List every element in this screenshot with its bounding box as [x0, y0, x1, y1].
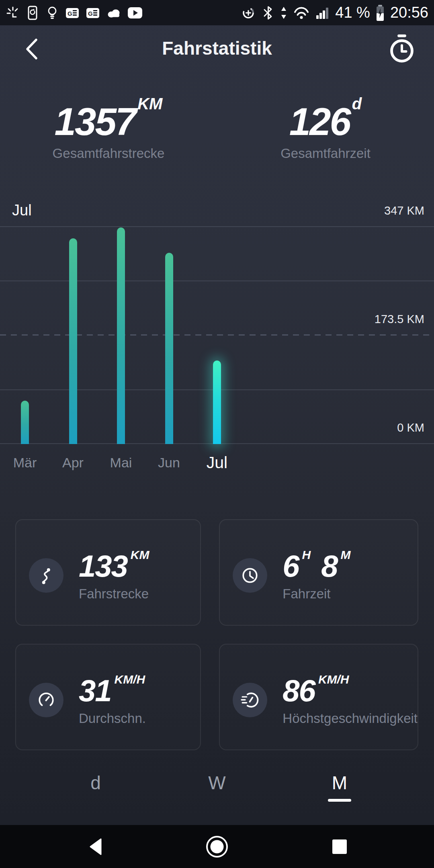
- bar-Jul[interactable]: [213, 360, 221, 444]
- card-unit: H: [302, 548, 311, 561]
- month-label-Mär[interactable]: Mär: [1, 451, 49, 474]
- card-max-speed-value: 86KM/H: [283, 674, 418, 706]
- month-label-Mai[interactable]: Mai: [97, 451, 145, 474]
- svg-text:G: G: [68, 10, 72, 17]
- total-time: 126d Gesamtfahrzeit: [217, 96, 434, 161]
- card-ride-time-label: Fahrzeit: [283, 586, 350, 602]
- card-distance: 133KM Fahrstrecke: [15, 519, 201, 626]
- card-average-speed-value: 31KM/H: [79, 674, 146, 706]
- bar-Apr[interactable]: [69, 238, 77, 444]
- route-icon: [29, 558, 63, 593]
- clock-time: 20:56: [390, 4, 428, 21]
- status-bar-system: 41 % 20:56: [241, 4, 428, 21]
- bar-plot: [0, 226, 434, 444]
- card-average-speed: 31KM/H Durchschn.: [15, 644, 201, 750]
- battery-percent: 41 %: [335, 4, 370, 21]
- month-label-Apr[interactable]: Apr: [49, 451, 97, 474]
- card-value: 31: [79, 674, 111, 708]
- nav-back-button[interactable]: [72, 833, 120, 861]
- bar-Mär[interactable]: [21, 401, 29, 444]
- burst-notification-icon: [6, 6, 20, 20]
- card-value: 86: [283, 674, 315, 708]
- total-distance-value: 1357: [55, 100, 136, 143]
- y-axis-max-label: 347 KM: [384, 204, 424, 217]
- page-title: Fahrstatistik: [0, 37, 434, 59]
- card-average-speed-label: Durchschn.: [79, 711, 146, 726]
- status-bar: G G: [0, 0, 434, 25]
- card-ride-time-value: 6H8M: [283, 549, 350, 581]
- month-label-Jun[interactable]: Jun: [145, 451, 193, 474]
- svg-text:G: G: [88, 10, 93, 17]
- news-icon: G: [85, 6, 100, 20]
- card-ride-time: 6H8M Fahrzeit: [219, 519, 418, 626]
- speedometer-icon: [29, 683, 63, 717]
- stat-cards: 133KM Fahrstrecke 6H8M Fahrzeit: [15, 519, 418, 750]
- card-unit: KM: [131, 548, 149, 561]
- period-tabs: d W M: [0, 772, 434, 821]
- news-icon: G: [65, 6, 80, 20]
- timer-icon[interactable]: [387, 33, 416, 65]
- lightbulb-icon: [45, 6, 59, 20]
- phone-sync-icon: [25, 5, 40, 20]
- bar-Mai[interactable]: [117, 227, 125, 444]
- total-time-value: 126: [289, 100, 350, 143]
- wifi-icon: [293, 6, 310, 20]
- tab-month[interactable]: M: [315, 772, 364, 802]
- card-max-speed-label: Höchstgeschwindigkeit: [283, 711, 418, 726]
- total-distance: 1357KM Gesamtfahrstrecke: [0, 96, 217, 161]
- total-distance-unit: KM: [137, 95, 162, 113]
- bar-chart: Jul 347 KM 173.5 KM 0 KM MärAprMaiJunJul: [0, 197, 434, 478]
- total-time-unit: d: [352, 95, 362, 113]
- nav-recents-button[interactable]: [315, 833, 364, 861]
- month-label-Jul[interactable]: Jul: [193, 451, 241, 474]
- status-bar-notifications: G G: [6, 5, 143, 20]
- battery-charging-icon: [375, 4, 385, 21]
- total-distance-label: Gesamtfahrstrecke: [0, 146, 217, 161]
- month-axis: MärAprMaiJunJul: [0, 451, 434, 474]
- tab-week[interactable]: W: [193, 772, 241, 793]
- gridline: [0, 280, 434, 281]
- max-speed-icon: [233, 683, 267, 717]
- clock-icon: [233, 558, 267, 593]
- bar-Jun[interactable]: [165, 253, 173, 444]
- signal-icon: [315, 6, 330, 20]
- card-distance-value: 133KM: [79, 549, 149, 581]
- card-unit: KM/H: [115, 673, 145, 686]
- play-icon: [127, 6, 143, 20]
- card-unit: KM/H: [318, 673, 349, 686]
- bluetooth-icon: [261, 4, 275, 21]
- card-value: 6: [283, 549, 299, 583]
- gridline-dashed: [0, 334, 434, 336]
- nav-home-button[interactable]: [193, 833, 241, 861]
- total-time-label: Gesamtfahrzeit: [217, 146, 434, 161]
- updown-arrows-icon: [280, 5, 287, 20]
- totals-row: 1357KM Gesamtfahrstrecke 126d Gesamtfahr…: [0, 96, 434, 161]
- card-unit: M: [341, 548, 351, 561]
- card-distance-label: Fahrstrecke: [79, 586, 149, 602]
- app-header: Fahrstatistik: [0, 25, 434, 73]
- android-nav-bar: [0, 825, 434, 868]
- data-saver-icon: [241, 5, 256, 20]
- gridline: [0, 226, 434, 227]
- card-max-speed: 86KM/H Höchstgeschwindigkeit: [219, 644, 418, 750]
- card-value: 8: [321, 549, 337, 583]
- tab-day[interactable]: d: [72, 772, 120, 793]
- phone-screen: G G: [0, 0, 434, 868]
- cloud-icon: [106, 6, 122, 20]
- selected-period-label: Jul: [12, 202, 32, 219]
- card-value: 133: [79, 549, 127, 583]
